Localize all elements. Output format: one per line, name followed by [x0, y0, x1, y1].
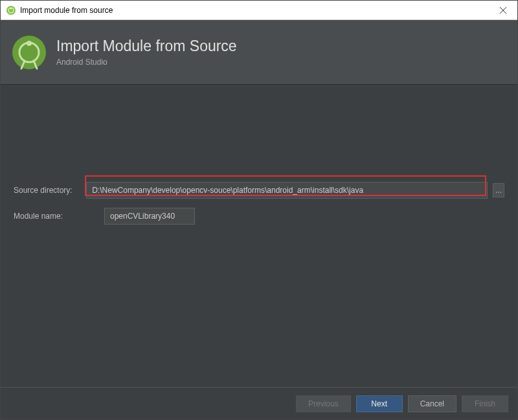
android-studio-icon — [11, 34, 47, 71]
module-name-row: Module name: — [14, 208, 504, 225]
header-text: Import Module from Source Android Studio — [56, 38, 237, 67]
svg-point-7 — [27, 41, 32, 46]
titlebar: Import module from source — [1, 1, 517, 20]
browse-button[interactable]: ... — [493, 183, 504, 197]
dialog-header: Import Module from Source Android Studio — [1, 20, 517, 85]
next-button[interactable]: Next — [356, 395, 403, 412]
module-name-input[interactable] — [104, 208, 195, 225]
close-button[interactable] — [494, 3, 512, 18]
previous-button[interactable]: Previous — [296, 395, 351, 412]
content-area: Source directory: ... Module name: — [1, 85, 517, 387]
app-icon — [6, 5, 16, 16]
window-title: Import module from source — [20, 6, 494, 15]
source-directory-input[interactable] — [86, 182, 488, 199]
svg-point-5 — [12, 36, 46, 69]
header-subtitle: Android Studio — [56, 58, 237, 67]
cancel-button[interactable]: Cancel — [408, 395, 456, 412]
dialog-window: Import module from source Import Module … — [0, 0, 518, 420]
source-directory-row: Source directory: ... — [14, 182, 504, 199]
module-name-label: Module name: — [14, 212, 104, 221]
source-input-wrap — [86, 182, 488, 199]
svg-point-2 — [10, 8, 12, 9]
finish-button[interactable]: Finish — [462, 395, 508, 412]
source-directory-label: Source directory: — [14, 186, 86, 195]
header-title: Import Module from Source — [56, 38, 237, 55]
dialog-footer: Previous Next Cancel Finish — [1, 387, 517, 419]
svg-point-0 — [6, 6, 16, 15]
